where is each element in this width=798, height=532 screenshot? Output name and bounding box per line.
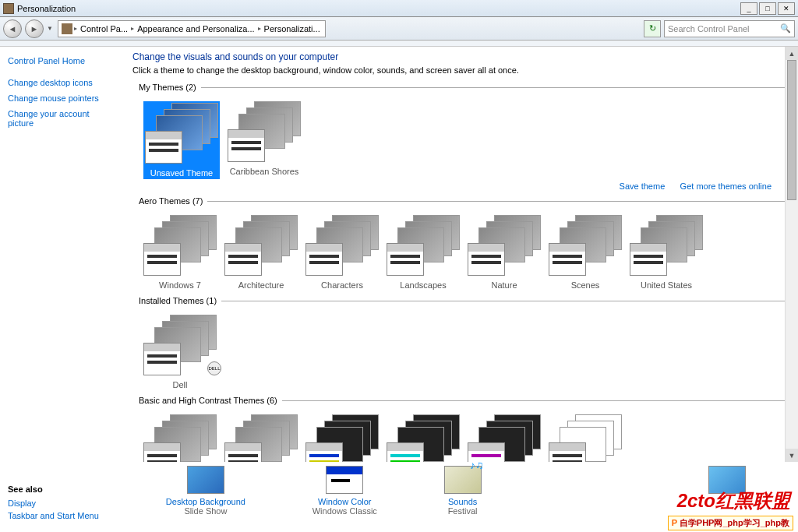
theme-label: Architecture <box>224 280 298 290</box>
theme-thumbnail <box>549 414 622 462</box>
theme-thumbnail <box>468 215 541 277</box>
theme-label: Characters <box>305 280 379 290</box>
theme-label: Unsaved Theme <box>145 168 218 178</box>
theme-item[interactable]: Windows 7 Basic <box>143 414 217 462</box>
chevron-right-icon[interactable]: ▸ <box>131 25 134 32</box>
theme-item[interactable]: Scenes <box>549 215 622 290</box>
more-themes-link[interactable]: Get more themes online <box>680 181 772 191</box>
theme-item[interactable]: Landscapes <box>387 215 460 290</box>
see-also-header: See also <box>8 484 125 494</box>
tile-subtitle: Slide Show <box>166 506 245 516</box>
scroll-up-button[interactable]: ▲ <box>786 47 798 60</box>
theme-label: Nature <box>468 280 541 290</box>
search-placeholder: Search Control Panel <box>668 24 750 33</box>
theme-label: United States <box>630 280 703 290</box>
theme-item[interactable]: High Contrast Black <box>468 414 541 462</box>
folder-icon <box>62 23 72 34</box>
tile-title: Desktop Background <box>166 497 245 506</box>
scroll-down-button[interactable]: ▼ <box>786 449 798 462</box>
page-title: Change the visuals and sounds on your co… <box>132 51 790 62</box>
see-also-display[interactable]: Display <box>8 497 125 509</box>
theme-thumbnail <box>305 215 379 277</box>
theme-item[interactable]: Windows Classic <box>224 414 298 462</box>
back-button[interactable]: ◄ <box>3 19 22 38</box>
content-area: Change the visuals and sounds on your co… <box>132 47 798 462</box>
tile-icon <box>444 466 482 494</box>
search-input[interactable]: Search Control Panel 🔍 <box>664 20 795 37</box>
title-bar: Personalization _ □ ✕ <box>0 0 798 17</box>
theme-thumbnail <box>630 215 703 277</box>
sidebar-link-icons[interactable]: Change desktop icons <box>8 75 125 90</box>
section-my-themes: My Themes (2) <box>139 83 790 92</box>
theme-label: Landscapes <box>387 280 460 290</box>
theme-thumbnail: DELL <box>143 315 217 377</box>
toolbar-strip <box>0 41 798 47</box>
theme-label: Caribbean Shores <box>228 167 301 176</box>
sidebar-link-account-picture[interactable]: Change your account picture <box>8 106 125 131</box>
maximize-button[interactable]: □ <box>759 2 776 15</box>
theme-item[interactable]: High Contrast White <box>549 414 622 462</box>
section-aero-themes: Aero Themes (7) <box>139 196 790 206</box>
chevron-right-icon[interactable]: ▸ <box>258 25 261 32</box>
theme-thumbnail <box>387 414 460 462</box>
tile-subtitle: Windows Classic <box>312 506 377 516</box>
theme-item[interactable]: Characters <box>305 215 379 290</box>
minimize-button[interactable]: _ <box>740 2 757 15</box>
breadcrumb-item[interactable]: Control Pa... <box>79 24 129 33</box>
theme-item[interactable]: High Contrast #2 <box>387 414 460 462</box>
search-icon: 🔍 <box>780 23 791 34</box>
scrollbar-thumb[interactable] <box>787 60 796 200</box>
theme-thumbnail <box>224 215 298 277</box>
save-theme-link[interactable]: Save theme <box>620 181 666 191</box>
theme-thumbnail <box>468 414 541 462</box>
sidebar-link-pointers[interactable]: Change mouse pointers <box>8 90 125 106</box>
nav-bar: ◄ ► ▼ ▸ Control Pa... ▸ Appearance and P… <box>0 17 798 41</box>
breadcrumb-item[interactable]: Personalizati... <box>263 24 322 33</box>
theme-thumbnail <box>224 414 298 462</box>
history-dropdown[interactable]: ▼ <box>47 25 55 32</box>
theme-item[interactable]: High Contrast #1 <box>305 414 379 462</box>
theme-thumbnail <box>549 215 622 277</box>
breadcrumb-item[interactable]: Appearance and Personaliza... <box>136 24 256 33</box>
theme-thumbnail <box>145 103 218 165</box>
theme-item[interactable]: DELL Dell <box>143 315 217 389</box>
settings-tile[interactable]: Sounds Festival <box>444 466 482 516</box>
theme-label: Dell <box>143 380 217 389</box>
theme-thumbnail <box>143 414 217 462</box>
theme-item[interactable]: Unsaved Theme <box>143 101 220 179</box>
tile-subtitle: Festival <box>444 506 482 516</box>
sidebar: Control Panel Home Change desktop icons … <box>0 47 132 462</box>
chevron-right-icon[interactable]: ▸ <box>74 25 77 32</box>
theme-item[interactable]: United States <box>630 215 703 290</box>
close-button[interactable]: ✕ <box>778 2 795 15</box>
theme-item[interactable]: Nature <box>468 215 541 290</box>
see-also-taskbar[interactable]: Taskbar and Start Menu <box>8 509 125 522</box>
theme-thumbnail <box>387 215 460 277</box>
theme-label: Scenes <box>549 280 622 290</box>
watermark-text: P 自学PHP网_php学习_php教 <box>668 516 793 530</box>
theme-label: Windows 7 <box>143 280 217 290</box>
settings-tile[interactable]: Desktop Background Slide Show <box>166 466 245 516</box>
theme-item[interactable]: Architecture <box>224 215 298 290</box>
tile-icon <box>187 466 224 494</box>
see-also-panel: See also Display Taskbar and Start Menu <box>0 463 132 532</box>
section-basic-themes: Basic and High Contrast Themes (6) <box>139 396 790 405</box>
tile-icon <box>326 466 363 494</box>
breadcrumb[interactable]: ▸ Control Pa... ▸ Appearance and Persona… <box>58 20 326 37</box>
section-label: Basic and High Contrast Themes (6) <box>139 396 277 405</box>
section-label: Installed Themes (1) <box>139 296 217 305</box>
section-label: My Themes (2) <box>139 83 196 92</box>
theme-item[interactable]: Caribbean Shores <box>228 101 301 179</box>
sidebar-home-link[interactable]: Control Panel Home <box>8 53 125 69</box>
settings-tile[interactable]: Window Color Windows Classic <box>312 466 377 516</box>
tile-title: Sounds <box>444 497 482 506</box>
page-desc: Click a theme to change the desktop back… <box>132 65 790 75</box>
app-icon <box>3 3 14 14</box>
theme-thumbnail <box>228 101 301 164</box>
vertical-scrollbar[interactable]: ▲ ▼ <box>785 47 798 462</box>
theme-item[interactable]: Windows 7 <box>143 215 217 290</box>
forward-button[interactable]: ► <box>25 19 44 38</box>
dell-badge-icon: DELL <box>207 361 221 375</box>
refresh-button[interactable]: ↻ <box>644 20 661 37</box>
window-title: Personalization <box>17 4 76 13</box>
